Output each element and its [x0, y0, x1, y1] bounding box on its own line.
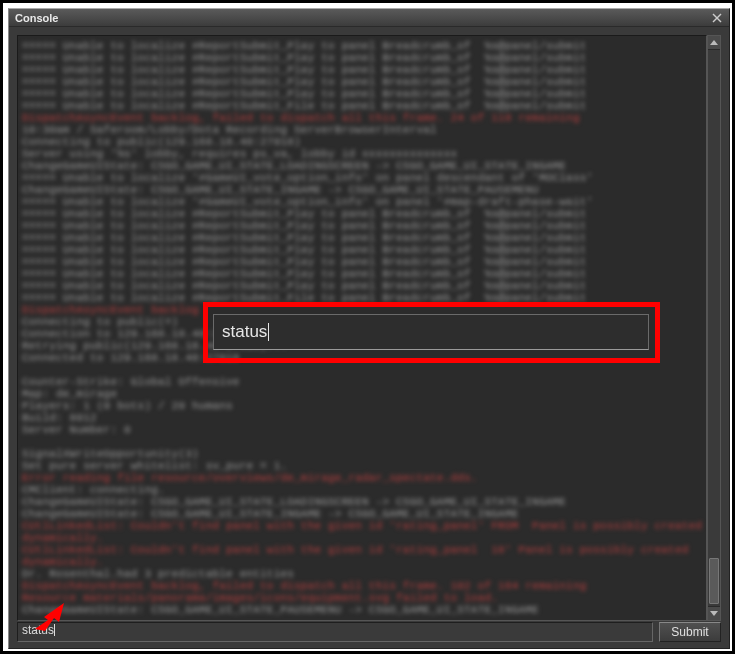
screenshot-frame: Console ===== Unable to localize #Report… — [0, 0, 735, 654]
scroll-up-button[interactable] — [708, 36, 720, 50]
text-cursor-icon — [54, 624, 55, 636]
text-cursor-icon — [268, 323, 269, 341]
command-row: status Submit — [17, 622, 721, 642]
scroll-thumb[interactable] — [709, 558, 719, 604]
close-icon — [712, 13, 722, 23]
titlebar[interactable]: Console — [9, 9, 729, 27]
submit-button[interactable]: Submit — [659, 622, 721, 642]
highlighted-input-callout: status — [213, 314, 649, 350]
highlighted-input-text: status — [222, 322, 267, 342]
close-button[interactable] — [709, 11, 725, 25]
scroll-down-button[interactable] — [708, 606, 720, 620]
scrollbar[interactable] — [707, 35, 721, 621]
command-input-value: status — [22, 623, 54, 637]
command-input[interactable]: status — [17, 622, 653, 642]
window-title: Console — [15, 12, 58, 24]
submit-button-label: Submit — [671, 625, 708, 639]
